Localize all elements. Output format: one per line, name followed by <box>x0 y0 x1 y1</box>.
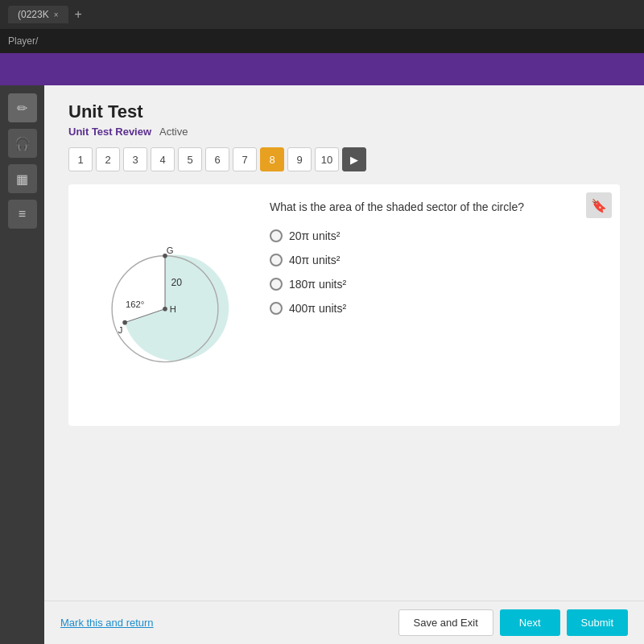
answer-option-d[interactable]: 400π units² <box>270 302 604 315</box>
content-area: Unit Test Unit Test Review Active 1 2 3 … <box>44 85 644 644</box>
browser-tab[interactable]: (0223K × <box>8 6 68 23</box>
sidebar-icon-notes[interactable]: ≡ <box>8 200 37 229</box>
bookmark-icon[interactable]: 🔖 <box>586 192 612 218</box>
mark-return-link[interactable]: Mark this and return <box>60 617 154 629</box>
question-nav: 1 2 3 4 5 6 7 8 9 10 ▶ <box>68 147 620 171</box>
nav-btn-6[interactable]: 6 <box>205 147 229 171</box>
nav-btn-9[interactable]: 9 <box>287 147 312 171</box>
label-j: J <box>118 325 123 335</box>
radio-a[interactable] <box>270 229 283 242</box>
bottom-buttons: Save and Exit Next Submit <box>398 609 628 636</box>
nav-btn-7[interactable]: 7 <box>233 147 257 171</box>
submit-button[interactable]: Submit <box>567 609 628 636</box>
browser-chrome: (0223K × + <box>0 0 644 29</box>
label-h: H <box>170 304 176 314</box>
radio-b[interactable] <box>270 254 283 266</box>
sidebar-icon-calculator[interactable]: ▦ <box>8 164 37 193</box>
main-area: ✏ 🎧 ▦ ≡ Unit Test Unit Test Review Activ… <box>0 85 644 644</box>
radio-d[interactable] <box>270 302 283 315</box>
new-tab-btn[interactable]: + <box>75 7 82 22</box>
sidebar-icon-pencil[interactable]: ✏ <box>8 93 37 122</box>
svg-point-4 <box>163 307 167 312</box>
subtitle-row: Unit Test Review Active <box>68 126 620 138</box>
tab-close-btn[interactable]: × <box>54 10 59 19</box>
radius-label: 20 <box>171 277 183 288</box>
save-exit-button[interactable]: Save and Exit <box>398 609 493 636</box>
nav-btn-10[interactable]: 10 <box>315 147 339 171</box>
page-title: Unit Test <box>68 101 620 122</box>
radio-c[interactable] <box>270 278 283 291</box>
answer-text-b: 40π units² <box>289 254 340 266</box>
address-text: Player/ <box>8 35 38 47</box>
nav-btn-4[interactable]: 4 <box>151 147 175 171</box>
label-g: G <box>167 246 174 255</box>
nav-btn-3[interactable]: 3 <box>123 147 147 171</box>
active-badge: Active <box>159 126 188 138</box>
circle-svg: G H J 20 162° <box>93 241 237 369</box>
nav-btn-5[interactable]: 5 <box>178 147 202 171</box>
answer-text-a: 20π units² <box>289 229 340 242</box>
answer-text-d: 400π units² <box>289 302 346 315</box>
answer-option-b[interactable]: 40π units² <box>270 254 604 266</box>
nav-btn-next-arrow[interactable]: ▶ <box>342 147 366 171</box>
angle-label: 162° <box>126 299 144 309</box>
sidebar: ✏ 🎧 ▦ ≡ <box>0 85 44 644</box>
question-card: G H J 20 162° What is the area of the sh… <box>68 184 620 426</box>
nav-btn-8[interactable]: 8 <box>260 147 284 171</box>
answers-area: What is the area of the shaded sector of… <box>270 200 604 410</box>
question-text: What is the area of the shaded sector of… <box>270 200 604 213</box>
sidebar-icon-headphone[interactable]: 🎧 <box>8 129 37 158</box>
subtitle-label: Unit Test Review <box>68 126 151 138</box>
nav-btn-2[interactable]: 2 <box>96 147 120 171</box>
answer-option-a[interactable]: 20π units² <box>270 229 604 242</box>
next-button[interactable]: Next <box>500 609 560 636</box>
purple-toolbar <box>0 53 644 85</box>
address-bar: Player/ <box>0 29 644 53</box>
diagram-area: G H J 20 162° <box>85 200 246 410</box>
tab-label: (0223K <box>18 9 49 20</box>
nav-btn-1[interactable]: 1 <box>68 147 93 171</box>
svg-point-5 <box>122 320 127 325</box>
answer-text-c: 180π units² <box>289 278 346 291</box>
bottom-bar: Mark this and return Save and Exit Next … <box>44 601 644 644</box>
answer-option-c[interactable]: 180π units² <box>270 278 604 291</box>
